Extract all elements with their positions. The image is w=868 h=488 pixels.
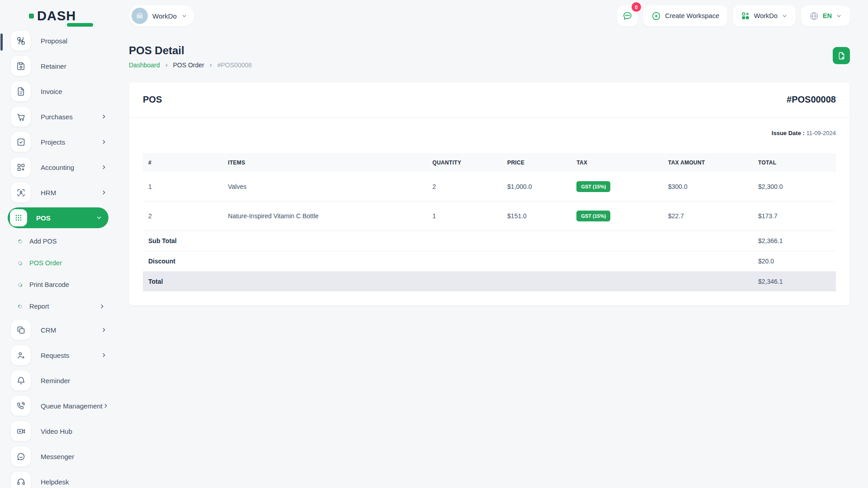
sidebar-item-requests[interactable]: Requests: [0, 343, 116, 368]
chevron-right-icon: [208, 63, 213, 68]
col-number: #: [143, 153, 222, 172]
hrm-icon: [11, 183, 31, 202]
sidebar-item-label: Video Hub: [41, 427, 72, 435]
sidebar-item-messenger[interactable]: Messenger: [0, 444, 116, 469]
sidebar-item-retainer[interactable]: Retainer: [0, 53, 116, 79]
workspace-name: WorkDo: [152, 12, 177, 20]
col-tax: TAX: [571, 153, 662, 172]
sidebar-item-label: Messenger: [41, 453, 74, 460]
discount-row: Discount $20.0: [143, 251, 836, 272]
pos-number: #POS00008: [787, 94, 836, 105]
sidebar-item-proposal[interactable]: Proposal: [0, 28, 116, 53]
subtotal-row: Sub Total $2,366.1: [143, 231, 836, 251]
app-root: DASH WorkDo 0 Create Workspace: [0, 0, 868, 488]
video-hub-icon: [11, 421, 31, 441]
file-plus-icon: [837, 52, 846, 60]
sidebar-item-projects[interactable]: Projects: [0, 129, 116, 155]
globe-icon: [809, 11, 819, 21]
messenger-icon: [11, 446, 31, 466]
col-quantity: QUANTITY: [427, 153, 502, 172]
helpdesk-icon: [11, 472, 31, 488]
sidebar-item-hrm[interactable]: HRM: [0, 180, 116, 205]
sidebar-subitem-label: Print Barcode: [29, 281, 69, 288]
sidebar-item-label: Helpdesk: [41, 478, 69, 486]
sidebar-item-queue-management[interactable]: Queue Management: [0, 393, 116, 418]
page-header: POS Detail Dashboard POS Order #POS00008: [129, 44, 850, 69]
sidebar-item-pos[interactable]: POS: [8, 207, 108, 228]
brand-logo[interactable]: DASH: [0, 9, 116, 23]
chevron-right-icon: [103, 403, 109, 409]
sidebar-subitem-add-pos[interactable]: Add POS: [0, 230, 116, 252]
sidebar-subitem-pos-order[interactable]: POS Order: [0, 252, 116, 274]
sidebar-subitem-print-barcode[interactable]: Print Barcode: [0, 274, 116, 296]
sidebar-item-video-hub[interactable]: Video Hub: [0, 418, 116, 444]
cell-tax: GST (15%): [571, 172, 662, 202]
chevron-right-icon: [101, 139, 107, 145]
sidebar-item-label: Purchases: [41, 113, 73, 121]
page-title: POS Detail: [129, 44, 252, 57]
chevron-right-icon: [101, 352, 107, 358]
breadcrumb-dashboard-link[interactable]: Dashboard: [129, 61, 160, 69]
sidebar-item-accounting[interactable]: Accounting: [0, 155, 116, 180]
messages-button[interactable]: 0: [617, 5, 638, 26]
sidebar-subitem-label: POS Order: [29, 259, 62, 267]
chevron-right-icon: [101, 189, 107, 196]
cell-total: $173.7: [753, 202, 836, 231]
chevron-right-icon: [101, 327, 107, 333]
sidebar-item-label: Accounting: [41, 164, 74, 171]
col-items: ITEMS: [222, 153, 427, 172]
language-label: EN: [823, 12, 832, 19]
main-content: POS Detail Dashboard POS Order #POS00008: [116, 32, 868, 488]
sidebar-item-label: POS: [36, 214, 51, 222]
bullet-icon: [17, 282, 23, 287]
retainer-icon: [11, 56, 31, 76]
sidebar-item-reminder[interactable]: Reminder: [0, 368, 116, 393]
sidebar-item-label: Retainer: [41, 62, 66, 70]
empty-cell: [222, 272, 753, 292]
sidebar-item-crm[interactable]: CRM: [0, 317, 116, 343]
pos-card: POS #POS00008 Issue Date : 11-09-2024 #: [129, 82, 850, 305]
sidebar-subitem-report[interactable]: Report: [0, 296, 116, 317]
table-row: 1 Valves 2 $1,000.0 GST (15%) $300.0 $2,…: [143, 172, 836, 202]
cell-item: Nature-Inspired Vitamin C Bottle: [222, 202, 427, 231]
sidebar-subitem-label: Add POS: [29, 238, 57, 245]
issue-date: Issue Date : 11-09-2024: [143, 130, 836, 136]
sidebar-item-label: Queue Management: [41, 402, 103, 410]
pos-card-header: POS #POS00008: [129, 82, 850, 117]
sidebar-item-label: HRM: [41, 189, 56, 197]
language-selector[interactable]: EN: [801, 5, 850, 26]
sidebar-item-helpdesk[interactable]: Helpdesk: [0, 469, 116, 488]
sidebar-item-label: Proposal: [41, 37, 67, 45]
discount-value: $20.0: [753, 251, 836, 272]
chevron-down-icon: [782, 13, 788, 19]
cell-number: 2: [143, 202, 222, 231]
purchases-icon: [11, 107, 31, 127]
cell-price: $1,000.0: [502, 172, 571, 202]
workspace-switcher[interactable]: WorkDo: [129, 5, 194, 26]
cell-quantity: 1: [427, 202, 502, 231]
sidebar-item-invoice[interactable]: Invoice: [0, 79, 116, 104]
col-total: TOTAL: [753, 153, 836, 172]
export-pos-button[interactable]: [833, 47, 850, 64]
tax-badge: GST (15%): [576, 181, 610, 192]
breadcrumb-current: #POS00008: [217, 61, 252, 69]
projects-icon: [11, 132, 31, 152]
total-label: Total: [143, 272, 222, 292]
breadcrumb: Dashboard POS Order #POS00008: [129, 61, 252, 69]
logo-dot: [29, 14, 34, 19]
empty-cell: [222, 231, 753, 251]
invoice-icon: [11, 81, 31, 101]
create-workspace-label: Create Workspace: [665, 12, 719, 19]
sidebar: Proposal Retainer Invoice Purchases: [0, 28, 116, 488]
sidebar-item-purchases[interactable]: Purchases: [0, 104, 116, 129]
card-title: POS: [143, 94, 162, 105]
create-workspace-button[interactable]: Create Workspace: [643, 5, 727, 26]
brand-name: DASH: [37, 9, 76, 23]
accounting-icon: [11, 157, 31, 177]
cell-tax-amount: $300.0: [663, 172, 753, 202]
crm-icon: [11, 320, 31, 340]
chevron-down-icon: [181, 13, 187, 19]
cell-number: 1: [143, 172, 222, 202]
total-row: Total $2,346.1: [143, 272, 836, 292]
company-menu-button[interactable]: WorkDo: [733, 5, 796, 26]
